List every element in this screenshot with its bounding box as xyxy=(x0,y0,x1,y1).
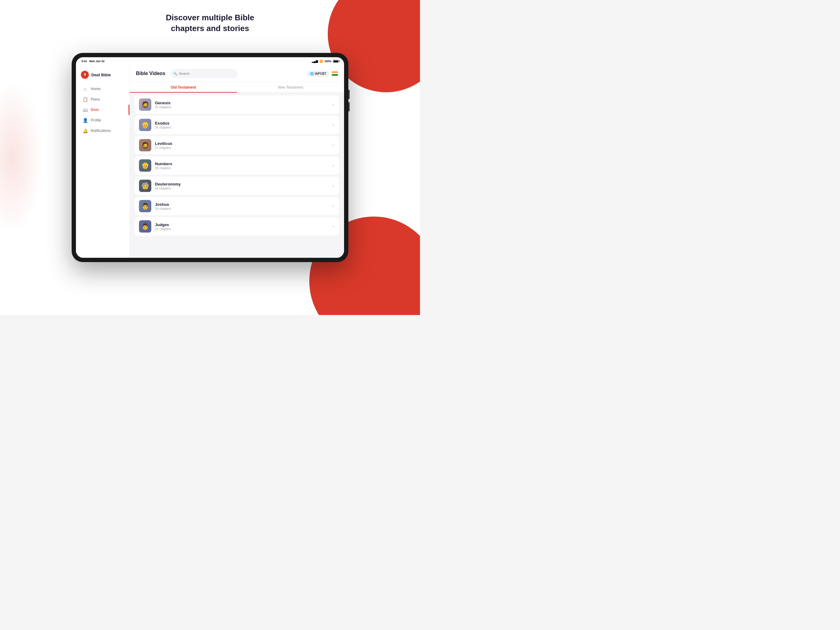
search-input[interactable] xyxy=(171,69,238,78)
book-thumb-numbers: 👴 xyxy=(139,159,151,172)
sidebar: ✝ Deaf Bible ⌂Home📋Plans📖Bible👤Profile🔔N… xyxy=(76,65,130,258)
book-name-genesis: Genesis xyxy=(155,101,328,105)
book-name-exodus: Exodus xyxy=(155,121,328,125)
book-item-leviticus[interactable]: 🧔Leviticus27 chapters∨ xyxy=(135,136,339,154)
book-item-exodus[interactable]: 👴Exodus36 chapters∨ xyxy=(135,116,339,134)
nav-items: ⌂Home📋Plans📖Bible👤Profile🔔Notifications xyxy=(76,84,129,136)
book-thumb-joshua: 👨 xyxy=(139,200,151,212)
tab-old-testament[interactable]: Old Testament xyxy=(130,82,237,93)
header-title: Bible Videos xyxy=(136,71,166,76)
book-name-judges: Judges xyxy=(155,222,328,227)
notifications-label: Notifications xyxy=(91,128,111,133)
book-info-judges: Judges21 chapters xyxy=(155,222,328,231)
page-title: Discover multiple Bible chapters and sto… xyxy=(166,12,254,34)
chevron-icon-judges: ∨ xyxy=(332,224,335,229)
testament-tabs: Old Testament New Testament xyxy=(130,82,344,93)
book-name-joshua: Joshua xyxy=(155,202,328,207)
chevron-icon-leviticus: ∨ xyxy=(332,143,335,147)
plans-icon: 📋 xyxy=(83,97,88,102)
status-bar: 9:41 Mon Jun 22 ▂▄▆ 🛜 100% xyxy=(76,57,344,65)
book-info-joshua: Joshua24 chapters xyxy=(155,202,328,211)
book-thumb-genesis: 🧔 xyxy=(139,98,151,111)
chevron-icon-genesis: ∨ xyxy=(332,103,335,107)
logo-icon: ✝ xyxy=(81,71,89,79)
book-thumb-judges: 👨 xyxy=(139,220,151,233)
flag-bottom xyxy=(332,74,338,76)
home-label: Home xyxy=(91,87,101,91)
bible-label: Bible xyxy=(91,108,99,112)
book-chapters-numbers: 36 chapters xyxy=(155,166,328,170)
book-name-leviticus: Leviticus xyxy=(155,141,328,146)
book-item-deuteronomy[interactable]: 🧓Deuteronomy34 chapters∨ xyxy=(135,177,339,195)
book-info-genesis: Genesis42 chapters xyxy=(155,101,328,109)
status-right: ▂▄▆ 🛜 100% xyxy=(312,60,338,63)
search-icon: 🔍 xyxy=(174,72,177,75)
lang-code: IAPCBT xyxy=(315,72,326,75)
book-chapters-leviticus: 27 chapters xyxy=(155,146,328,149)
book-info-exodus: Exodus36 chapters xyxy=(155,121,328,129)
book-info-leviticus: Leviticus27 chapters xyxy=(155,141,328,149)
search-container: 🔍 xyxy=(171,69,238,78)
tab-new-testament[interactable]: New Testament xyxy=(237,82,344,93)
plans-label: Plans xyxy=(91,97,100,101)
book-info-deuteronomy: Deuteronomy34 chapters xyxy=(155,182,328,190)
chevron-icon-numbers: ∨ xyxy=(332,163,335,168)
book-info-numbers: Numbers36 chapters xyxy=(155,161,328,170)
book-item-numbers[interactable]: 👴Numbers36 chapters∨ xyxy=(135,156,339,175)
sidebar-item-home[interactable]: ⌂Home xyxy=(78,84,128,94)
book-chapters-judges: 21 chapters xyxy=(155,227,328,231)
sidebar-item-bible[interactable]: 📖Bible xyxy=(78,104,128,115)
sidebar-item-profile[interactable]: 👤Profile xyxy=(78,115,128,125)
logo-text: Deaf Bible xyxy=(91,73,111,77)
book-thumb-deuteronomy: 🧓 xyxy=(139,180,151,192)
signal-icon: ▂▄▆ xyxy=(312,60,318,63)
book-name-numbers: Numbers xyxy=(155,161,328,166)
profile-label: Profile xyxy=(91,118,101,122)
lang-globe-icon: 🌐 xyxy=(310,72,314,75)
home-icon: ⌂ xyxy=(83,86,88,91)
book-list: 🧔Genesis42 chapters∨👴Exodus36 chapters∨🧔… xyxy=(130,93,344,258)
sidebar-item-plans[interactable]: 📋Plans xyxy=(78,94,128,104)
chevron-icon-joshua: ∨ xyxy=(332,204,335,208)
header-right: 🌐 IAPCBT xyxy=(307,71,338,77)
book-item-judges[interactable]: 👨Judges21 chapters∨ xyxy=(135,217,339,236)
book-item-joshua[interactable]: 👨Joshua24 chapters∨ xyxy=(135,197,339,215)
battery-percent: 100% xyxy=(324,60,332,63)
volume-up-button[interactable] xyxy=(348,90,350,99)
notifications-icon: 🔔 xyxy=(83,128,88,133)
profile-icon: 👤 xyxy=(83,118,88,123)
book-chapters-exodus: 36 chapters xyxy=(155,126,328,129)
book-chapters-deuteronomy: 34 chapters xyxy=(155,187,328,190)
book-name-deuteronomy: Deuteronomy xyxy=(155,182,328,187)
language-badge[interactable]: 🌐 IAPCBT xyxy=(307,71,329,77)
chevron-icon-exodus: ∨ xyxy=(332,123,335,127)
book-chapters-genesis: 42 chapters xyxy=(155,106,328,109)
chevron-icon-deuteronomy: ∨ xyxy=(332,184,335,188)
status-time: 9:41 Mon Jun 22 xyxy=(82,60,104,63)
volume-down-button[interactable] xyxy=(348,102,350,111)
book-item-genesis[interactable]: 🧔Genesis42 chapters∨ xyxy=(135,95,339,114)
sidebar-item-notifications[interactable]: 🔔Notifications xyxy=(78,125,128,136)
tablet-screen: 9:41 Mon Jun 22 ▂▄▆ 🛜 100% ✝ Deaf Bible xyxy=(76,57,344,258)
wifi-icon: 🛜 xyxy=(319,60,323,63)
india-flag-icon[interactable] xyxy=(332,71,338,76)
book-thumb-leviticus: 🧔 xyxy=(139,139,151,151)
header: Bible Videos 🔍 🌐 IAPCBT xyxy=(130,65,344,82)
bible-icon: 📖 xyxy=(83,108,88,112)
book-chapters-joshua: 24 chapters xyxy=(155,207,328,211)
content-area: Bible Videos 🔍 🌐 IAPCBT xyxy=(130,65,344,258)
app-body: ✝ Deaf Bible ⌂Home📋Plans📖Bible👤Profile🔔N… xyxy=(76,65,344,258)
app-logo: ✝ Deaf Bible xyxy=(76,70,129,83)
tablet-frame: 9:41 Mon Jun 22 ▂▄▆ 🛜 100% ✝ Deaf Bible xyxy=(72,53,348,262)
book-thumb-exodus: 👴 xyxy=(139,119,151,131)
battery-icon xyxy=(333,60,338,63)
